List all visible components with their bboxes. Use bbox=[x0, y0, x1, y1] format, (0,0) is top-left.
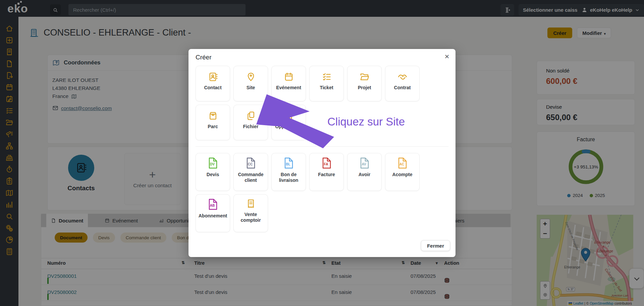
tile-label: Abonnement bbox=[197, 213, 229, 219]
create-tile-site[interactable]: Site bbox=[233, 66, 268, 101]
svg-text:BL: BL bbox=[286, 162, 290, 166]
create-tile-projet[interactable]: Projet bbox=[347, 66, 382, 101]
create-tile-contact[interactable]: Contact bbox=[196, 66, 230, 101]
box-icon bbox=[208, 111, 218, 121]
modal-divider bbox=[196, 146, 448, 147]
create-tile-commande-client[interactable]: CCCommande client bbox=[233, 153, 268, 191]
create-tile-ticket[interactable]: Ticket bbox=[309, 66, 344, 101]
modal-title: Créer bbox=[196, 54, 212, 61]
tile-label: Facture bbox=[311, 172, 343, 177]
svg-text:AV: AV bbox=[362, 162, 366, 166]
create-tile-bon-de-livraison[interactable]: BLBon de livraison bbox=[271, 153, 306, 191]
facture-file-icon: FA bbox=[322, 157, 332, 169]
tile-label: Devis bbox=[197, 172, 229, 177]
create-tiles-general: ContactSiteEvénementTicketProjetContratP… bbox=[196, 66, 427, 140]
fermer-button[interactable]: Fermer bbox=[421, 240, 450, 251]
create-tile-vente-comptoir[interactable]: Vente comptoir bbox=[233, 194, 268, 232]
create-tile-evenement[interactable]: Evénement bbox=[271, 66, 306, 101]
commande-client-file-icon: CC bbox=[246, 157, 256, 169]
copy-icon bbox=[246, 111, 256, 121]
app-root: eko Sélectionner une caisse eKoHelp eKoH… bbox=[0, 0, 644, 306]
receipt-icon bbox=[246, 199, 256, 209]
list-check-icon bbox=[322, 72, 332, 82]
svg-text:FA: FA bbox=[324, 162, 328, 166]
create-tile-devis[interactable]: DVDevis bbox=[196, 153, 230, 191]
tile-label: Contrat bbox=[386, 85, 419, 91]
annotation-text: Cliquez sur Site bbox=[327, 115, 405, 128]
tile-label: Projet bbox=[348, 85, 381, 91]
tile-label: Bon de livraison bbox=[273, 172, 305, 183]
create-modal: Créer ✕ ContactSiteEvénementTicketProjet… bbox=[189, 49, 455, 257]
tile-label: Site bbox=[235, 85, 267, 91]
tile-label: Evénement bbox=[273, 85, 305, 91]
address-book-icon bbox=[208, 72, 218, 82]
devis-file-icon: DV bbox=[208, 157, 218, 169]
chart-bars-icon bbox=[284, 111, 294, 121]
create-tile-opportunite[interactable]: Opportunité bbox=[271, 105, 306, 140]
svg-text:AB: AB bbox=[210, 204, 214, 207]
create-tile-abonnement[interactable]: ABAbonnement bbox=[196, 194, 230, 232]
svg-text:DV: DV bbox=[210, 162, 215, 166]
bon-de-livraison-file-icon: BL bbox=[284, 157, 294, 169]
tile-label: Avoir bbox=[348, 172, 381, 177]
calendar-icon bbox=[284, 72, 294, 82]
abonnement-file-icon: AB bbox=[208, 199, 218, 210]
tile-label: Acompte bbox=[386, 172, 419, 177]
svg-text:AC: AC bbox=[399, 162, 404, 166]
tile-label: Commande client bbox=[235, 172, 267, 183]
folder-open-icon bbox=[360, 72, 370, 82]
close-icon[interactable]: ✕ bbox=[444, 53, 449, 60]
tile-label: Vente comptoir bbox=[235, 212, 267, 223]
create-tile-fichier[interactable]: Fichier bbox=[233, 105, 268, 140]
create-tile-facture[interactable]: FAFacture bbox=[309, 153, 344, 191]
svg-text:CC: CC bbox=[248, 162, 252, 166]
create-tiles-documents: DVDevisCCCommande clientBLBon de livrais… bbox=[196, 153, 427, 232]
create-tile-avoir[interactable]: AVAvoir bbox=[347, 153, 382, 191]
map-pin-plus-icon bbox=[246, 72, 256, 82]
create-tile-contrat[interactable]: Contrat bbox=[385, 66, 420, 101]
tile-label: Ticket bbox=[311, 85, 343, 91]
create-tile-acompte[interactable]: ACAcompte bbox=[385, 153, 420, 191]
tile-label: Contact bbox=[197, 85, 229, 91]
acompte-file-icon: AC bbox=[397, 157, 408, 169]
tile-label: Fichier bbox=[235, 124, 267, 130]
tile-label: Parc bbox=[197, 124, 229, 130]
create-tile-parc[interactable]: Parc bbox=[196, 105, 230, 140]
avoir-file-icon: AV bbox=[360, 157, 370, 169]
tile-label: Opportunité bbox=[273, 124, 305, 130]
handshake-icon bbox=[397, 72, 408, 82]
